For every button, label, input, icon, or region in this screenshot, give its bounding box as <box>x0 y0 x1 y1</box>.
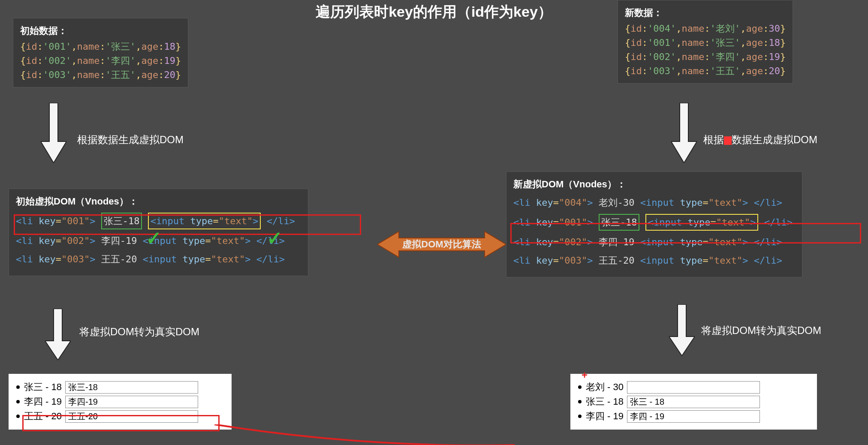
real-dom-right-panel: 老刘 - 30张三 - 18李四 - 19 <box>570 374 817 430</box>
bullet-icon <box>578 385 582 389</box>
initial-vdom-label: 初始虚拟DOM（Vnodes）： <box>16 194 295 208</box>
vdom-row: <li key="004"> 老刘-30 <input type="text">… <box>513 195 793 210</box>
list-item-input[interactable] <box>65 381 198 394</box>
vdom-row: <li key="003"> 王五-20 <input type="text">… <box>513 253 793 268</box>
compare-algorithm-label: 虚拟DOM对比算法 <box>385 238 498 251</box>
red-highlight-icon <box>724 136 732 145</box>
list-item: 张三 - 18 <box>578 395 809 408</box>
list-item: 李四 - 19 <box>578 410 809 423</box>
red-highlight-box <box>510 223 861 244</box>
list-item-label: 张三 - 18 <box>24 381 62 394</box>
data-row: {id:'003',name:'王五',age:20} <box>20 68 181 82</box>
red-highlight-box <box>22 415 220 431</box>
new-vdom-label: 新虚拟DOM（Vnodes）： <box>513 177 793 191</box>
arrow-down-icon <box>671 103 697 163</box>
arrow-down-icon <box>669 304 695 356</box>
bullet-icon <box>16 400 20 403</box>
bullet-icon <box>16 385 20 389</box>
list-item-input[interactable] <box>65 396 198 408</box>
gen-new-suffix: 数据生成虚拟DOM <box>732 134 817 145</box>
to-real-dom-right-label: 将虚拟DOM转为真实DOM <box>701 324 821 337</box>
list-item: 老刘 - 30 <box>578 381 809 394</box>
checkmark-icon: ✓ <box>146 227 162 249</box>
bullet-icon <box>578 415 582 418</box>
new-data-panel: 新数据： {id:'004',name:'老刘',age:30}{id:'001… <box>618 0 793 84</box>
to-real-dom-left-label: 将虚拟DOM转为真实DOM <box>79 325 199 339</box>
list-item-label: 老刘 - 30 <box>586 381 624 394</box>
data-row: {id:'001',name:'张三',age:18} <box>625 36 786 50</box>
data-row: {id:'001',name:'张三',age:18} <box>20 39 181 54</box>
checkmark-icon: ✓ <box>267 227 283 249</box>
list-item: 李四 - 19 <box>16 395 224 408</box>
generate-initial-vdom-label: 根据数据生成虚拟DOM <box>77 133 184 147</box>
new-data-label: 新数据： <box>625 6 786 20</box>
bullet-icon <box>16 415 20 418</box>
list-item-input[interactable] <box>627 410 760 423</box>
data-row: {id:'002',name:'李四',age:19} <box>625 50 786 64</box>
diagram-title: 遍历列表时key的作用（id作为key） <box>316 2 552 22</box>
vdom-row: <li key="003"> 王五-20 <input type="text">… <box>16 252 295 266</box>
list-item-input[interactable] <box>627 396 760 408</box>
list-item: 张三 - 18 <box>16 381 224 394</box>
data-row: {id:'002',name:'李四',age:19} <box>20 54 181 68</box>
list-item-label: 李四 - 19 <box>586 410 624 423</box>
data-row: {id:'004',name:'老刘',age:30} <box>625 21 786 36</box>
arrow-down-icon <box>45 309 71 360</box>
initial-data-label: 初始数据： <box>20 24 181 38</box>
new-data-rows: {id:'004',name:'老刘',age:30}{id:'001',nam… <box>625 21 786 78</box>
generate-new-vdom-label: 根据数据生成虚拟DOM <box>703 133 817 147</box>
list-item-label: 张三 - 18 <box>586 395 624 408</box>
red-highlight-box <box>14 214 361 235</box>
red-curve-line <box>214 424 515 445</box>
gen-new-prefix: 根据 <box>703 134 724 145</box>
initial-data-panel: 初始数据： {id:'001',name:'张三',age:18}{id:'00… <box>13 18 188 87</box>
data-row: {id:'003',name:'王五',age:20} <box>625 64 786 78</box>
initial-data-rows: {id:'001',name:'张三',age:18}{id:'002',nam… <box>20 39 181 82</box>
arrow-down-icon <box>41 103 66 163</box>
plus-marker: + <box>582 369 588 381</box>
list-item-label: 李四 - 19 <box>24 395 62 408</box>
list-item-input[interactable] <box>627 381 760 394</box>
bullet-icon <box>578 400 582 403</box>
